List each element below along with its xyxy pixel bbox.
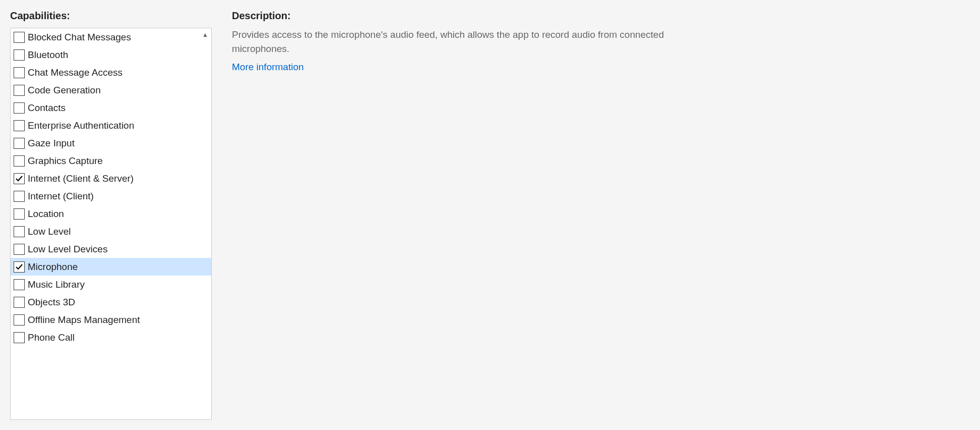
capability-label: Code Generation (28, 85, 101, 96)
description-heading: Description: (232, 10, 970, 22)
capability-checkbox[interactable] (14, 67, 25, 78)
capability-label: Internet (Client) (28, 191, 94, 202)
capabilities-listbox[interactable]: ▲ Blocked Chat MessagesBluetoothChat Mes… (10, 28, 212, 420)
capability-item[interactable]: Internet (Client) (11, 187, 211, 205)
capability-item[interactable]: Low Level Devices (11, 240, 211, 258)
capability-item[interactable]: Bluetooth (11, 46, 211, 64)
capability-item[interactable]: Blocked Chat Messages (11, 28, 211, 46)
capability-label: Graphics Capture (28, 155, 103, 167)
capability-checkbox[interactable] (14, 138, 25, 149)
capability-item[interactable]: Low Level (11, 223, 211, 240)
capability-label: Phone Call (28, 332, 75, 343)
capability-checkbox[interactable] (14, 120, 25, 131)
more-information-link[interactable]: More information (232, 62, 970, 73)
capability-item[interactable]: Code Generation (11, 81, 211, 99)
capability-checkbox[interactable] (14, 85, 25, 96)
capability-item[interactable]: Music Library (11, 276, 211, 293)
capability-label: Internet (Client & Server) (28, 173, 134, 184)
description-text: Provides access to the microphone's audi… (232, 28, 686, 56)
capability-checkbox[interactable] (14, 191, 25, 202)
capability-label: Chat Message Access (28, 67, 122, 78)
capability-item[interactable]: Objects 3D (11, 293, 211, 311)
capability-item[interactable]: Phone Call (11, 329, 211, 346)
capability-item[interactable]: Chat Message Access (11, 64, 211, 81)
capability-checkbox[interactable] (14, 49, 25, 61)
capability-checkbox[interactable] (14, 173, 25, 184)
capability-item[interactable]: Enterprise Authentication (11, 117, 211, 134)
capability-label: Offline Maps Management (28, 314, 140, 326)
capability-checkbox[interactable] (14, 314, 25, 326)
capability-label: Bluetooth (28, 49, 68, 61)
capability-label: Low Level (28, 226, 71, 237)
capability-label: Low Level Devices (28, 244, 107, 255)
capability-checkbox[interactable] (14, 226, 25, 237)
capability-label: Objects 3D (28, 297, 75, 308)
capability-label: Contacts (28, 102, 66, 114)
capability-item[interactable]: Gaze Input (11, 134, 211, 152)
capability-label: Enterprise Authentication (28, 120, 134, 131)
capability-item[interactable]: Graphics Capture (11, 152, 211, 170)
capabilities-heading: Capabilities: (10, 10, 212, 22)
capabilities-scroll[interactable]: Blocked Chat MessagesBluetoothChat Messa… (11, 28, 211, 419)
capability-item[interactable]: Microphone (11, 258, 211, 276)
capability-item[interactable]: Internet (Client & Server) (11, 170, 211, 187)
capability-checkbox[interactable] (14, 332, 25, 343)
capability-checkbox[interactable] (14, 279, 25, 290)
capability-checkbox[interactable] (14, 297, 25, 308)
capability-item[interactable]: Offline Maps Management (11, 311, 211, 329)
capability-checkbox[interactable] (14, 32, 25, 43)
capability-item[interactable]: Contacts (11, 99, 211, 117)
capability-label: Location (28, 208, 64, 220)
capability-checkbox[interactable] (14, 102, 25, 114)
capability-checkbox[interactable] (14, 155, 25, 167)
capability-label: Blocked Chat Messages (28, 32, 131, 43)
capability-label: Music Library (28, 279, 85, 290)
capability-label: Gaze Input (28, 138, 75, 149)
capability-checkbox[interactable] (14, 244, 25, 255)
capability-item[interactable]: Location (11, 205, 211, 223)
capability-checkbox[interactable] (14, 208, 25, 220)
capability-label: Microphone (28, 261, 78, 273)
capability-checkbox[interactable] (14, 261, 25, 273)
